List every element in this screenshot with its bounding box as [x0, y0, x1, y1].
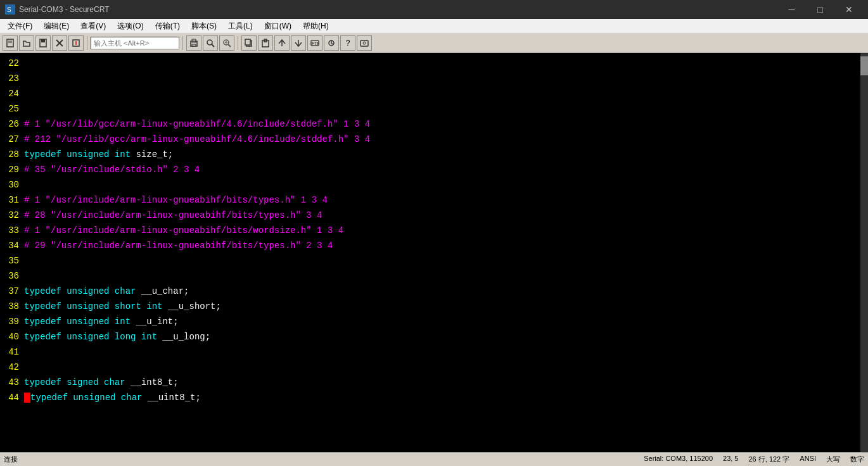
line-number: 26	[0, 116, 19, 132]
svg-rect-2	[7, 39, 13, 47]
caps-lock: 大写	[826, 455, 840, 464]
serial-info: Serial: COM3, 115200	[644, 455, 713, 464]
status-info: Serial: COM3, 115200 23, 5 26 行, 122 字 A…	[644, 455, 864, 464]
toolbar-serial[interactable]	[324, 35, 339, 51]
line-number: 28	[0, 147, 19, 162]
table-row: 24	[0, 86, 860, 101]
table-row: 30	[0, 177, 860, 192]
line-number: 44	[0, 390, 19, 405]
line-number: 33	[0, 223, 19, 238]
toolbar-download[interactable]	[291, 35, 306, 51]
cursor-position: 44, 1	[790, 450, 817, 452]
table-row: 25	[0, 101, 860, 116]
svg-point-32	[363, 42, 366, 44]
titlebar: S Serial-COM3 - SecureCRT ─ □ ✕	[0, 0, 868, 19]
table-row: 32# 28 "/usr/include/arm-linux-gnueabihf…	[0, 208, 860, 223]
connection-status: 连接	[4, 455, 18, 464]
line-content: typedef signed char __int8_t;	[24, 375, 179, 390]
svg-line-30	[331, 43, 333, 44]
line-count: 26 行, 122 字	[748, 455, 789, 464]
table-row: 27# 212 "/usr/lib/gcc/arm-linux-gnueabih…	[0, 132, 860, 147]
line-content: typedef unsigned long int __u_long;	[24, 329, 210, 344]
menu-edit[interactable]: 编辑(E)	[39, 20, 74, 33]
window-title: Serial-COM3 - SecureCRT	[19, 5, 109, 14]
terminal[interactable]: 2223242526# 1 "/usr/lib/gcc/arm-linux-gn…	[0, 53, 868, 452]
line-content: # 1 "/usr/include/arm-linux-gnueabihf/bi…	[24, 192, 328, 208]
table-row: 33# 1 "/usr/include/arm-linux-gnueabihf/…	[0, 223, 860, 238]
toolbar-find2[interactable]	[219, 35, 234, 51]
line-content: # 1 "/usr/lib/gcc/arm-linux-gnueabihf/4.…	[24, 116, 370, 132]
table-row: 22	[0, 56, 860, 71]
menu-tools[interactable]: 工具(L)	[223, 20, 258, 33]
line-content: # 212 "/usr/lib/gcc/arm-linux-gnueabihf/…	[24, 132, 370, 147]
menu-view[interactable]: 查看(V)	[75, 20, 111, 33]
menu-options[interactable]: 选项(O)	[112, 20, 148, 33]
toolbar-open[interactable]	[19, 35, 34, 51]
line-number: 38	[0, 299, 19, 314]
toolbar-find[interactable]	[203, 35, 218, 51]
svg-text:FTP: FTP	[312, 41, 319, 46]
toolbar-paste[interactable]	[258, 35, 273, 51]
line-content: # 29 "/usr/include/arm-linux-gnueabihf/b…	[24, 238, 333, 253]
toolbar-upload[interactable]	[274, 35, 290, 51]
table-row: 41	[0, 344, 860, 360]
command-line: :set number 44, 1 2%	[0, 450, 868, 452]
line-number: 31	[0, 192, 19, 208]
menubar: 文件(F) 编辑(E) 查看(V) 选项(O) 传输(T) 脚本(S) 工具(L…	[0, 19, 868, 33]
svg-rect-13	[192, 44, 196, 46]
minimize-button[interactable]: ─	[777, 0, 806, 19]
code-area[interactable]: 2223242526# 1 "/usr/lib/gcc/arm-linux-gn…	[0, 56, 860, 450]
svg-rect-6	[41, 39, 45, 42]
close-button[interactable]: ✕	[834, 0, 863, 19]
encoding: ANSI	[800, 455, 816, 464]
line-content: typedef unsigned char __u_char;	[24, 284, 189, 299]
toolbar-save[interactable]	[35, 35, 51, 51]
line-content: typedef unsigned char __uint8_t;	[24, 390, 201, 405]
line-number: 34	[0, 238, 19, 253]
toolbar-ftp[interactable]: FTP	[307, 35, 322, 51]
toolbar-btn5[interactable]	[68, 35, 84, 51]
toolbar-sep3	[238, 36, 238, 50]
table-row: 39typedef unsigned int __u_int;	[0, 314, 860, 329]
menu-script[interactable]: 脚本(S)	[186, 20, 222, 33]
toolbar-help-btn[interactable]: ?	[340, 35, 355, 51]
line-number: 43	[0, 375, 19, 390]
scrollbar-thumb[interactable]	[860, 56, 868, 75]
svg-point-14	[207, 40, 212, 45]
table-row: 44typedef unsigned char __uint8_t;	[0, 390, 860, 405]
toolbar-copy[interactable]	[241, 35, 257, 51]
table-row: 40typedef unsigned long int __u_long;	[0, 329, 860, 344]
vertical-scrollbar[interactable]	[860, 53, 868, 452]
host-input[interactable]	[91, 37, 179, 49]
menu-file[interactable]: 文件(F)	[3, 20, 37, 33]
toolbar-screenshot[interactable]	[357, 35, 372, 51]
line-content: # 28 "/usr/include/arm-linux-gnueabihf/b…	[24, 208, 322, 223]
line-number: 29	[0, 162, 19, 177]
statusbar: 连接 Serial: COM3, 115200 23, 5 26 行, 122 …	[0, 452, 868, 466]
line-content: # 35 "/usr/include/stdio.h" 2 3 4	[24, 162, 200, 177]
table-row: 42	[0, 360, 860, 375]
table-row: 29# 35 "/usr/include/stdio.h" 2 3 4	[0, 162, 860, 177]
text-cursor	[24, 393, 30, 403]
line-content: typedef unsigned short int __u_short;	[24, 299, 221, 314]
line-number: 37	[0, 284, 19, 299]
table-row: 23	[0, 71, 860, 86]
menu-help[interactable]: 帮助(H)	[298, 20, 334, 33]
menu-transfer[interactable]: 传输(T)	[150, 20, 185, 33]
line-number: 30	[0, 177, 19, 192]
svg-rect-31	[361, 41, 368, 46]
svg-line-17	[228, 44, 231, 47]
cursor-coords: 23, 5	[723, 455, 738, 464]
toolbar-print[interactable]	[186, 35, 201, 51]
toolbar-new[interactable]	[3, 35, 18, 51]
vim-command: :set number	[3, 450, 61, 452]
toolbar-close-session[interactable]	[52, 35, 67, 51]
line-content: # 1 "/usr/include/arm-linux-gnueabihf/bi…	[24, 223, 343, 238]
menu-window[interactable]: 窗口(W)	[259, 20, 297, 33]
table-row: 28typedef unsigned int size_t;	[0, 147, 860, 162]
line-number: 42	[0, 360, 19, 375]
maximize-button[interactable]: □	[806, 0, 834, 19]
line-number: 40	[0, 329, 19, 344]
line-number: 22	[0, 56, 19, 71]
table-row: 38typedef unsigned short int __u_short;	[0, 299, 860, 314]
